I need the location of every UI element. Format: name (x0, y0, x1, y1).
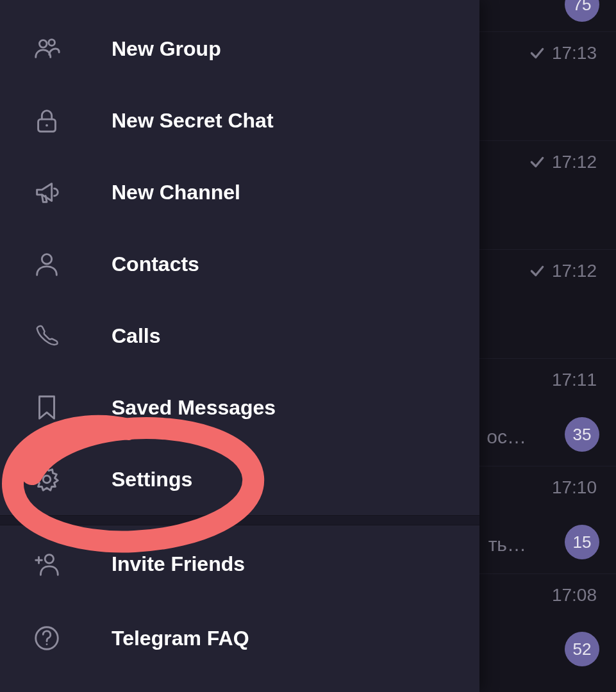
menu-label: New Channel (112, 181, 240, 204)
menu-label: Settings (112, 468, 192, 491)
menu-label: New Group (112, 37, 221, 61)
menu-faq[interactable]: Telegram FAQ (0, 602, 479, 674)
menu-new-group[interactable]: New Group (0, 13, 479, 85)
svg-point-5 (43, 475, 51, 483)
svg-point-0 (40, 40, 47, 48)
menu-new-channel[interactable]: New Channel (0, 156, 479, 228)
menu-label: Saved Messages (112, 396, 276, 420)
chat-time: 17:12 (529, 152, 597, 172)
menu-label: Contacts (112, 252, 199, 276)
chat-preview: ть… (488, 534, 526, 556)
phone-icon (29, 318, 64, 353)
chat-time-text: 17:11 (552, 370, 597, 390)
menu-new-secret-chat[interactable]: New Secret Chat (0, 85, 479, 156)
add-person-icon (29, 547, 64, 581)
unread-badge: 35 (565, 417, 599, 452)
group-icon (29, 31, 64, 66)
menu-settings[interactable]: Settings (0, 443, 479, 515)
chat-time-text: 17:08 (552, 585, 597, 606)
svg-point-8 (46, 643, 48, 645)
chat-preview: ос… (487, 426, 526, 448)
svg-point-4 (42, 254, 51, 264)
menu-label: Telegram FAQ (112, 627, 249, 650)
help-icon (29, 621, 64, 655)
person-icon (29, 247, 64, 281)
sent-check-icon (529, 154, 545, 170)
lock-icon (29, 103, 64, 138)
side-drawer: New Group New Secret Chat New Channel (0, 0, 479, 692)
chat-time-text: 17:10 (552, 477, 597, 498)
menu-label: Invite Friends (112, 552, 245, 576)
unread-badge: 15 (565, 525, 599, 559)
sent-check-icon (529, 263, 545, 279)
svg-point-3 (46, 124, 48, 127)
chat-time: 17:08 (552, 586, 597, 605)
megaphone-icon (29, 175, 64, 210)
unread-badge: 52 (565, 632, 599, 666)
chat-time: 17:13 (529, 44, 597, 63)
menu-label: Calls (112, 324, 160, 348)
menu-divider (0, 515, 479, 525)
unread-badge: 75 (565, 0, 599, 22)
chat-time-text: 17:12 (552, 261, 597, 281)
chat-time: 17:10 (552, 478, 597, 497)
chat-time: 17:12 (529, 261, 597, 281)
chat-time: 17:11 (552, 370, 597, 390)
gear-icon (29, 462, 64, 497)
menu-calls[interactable]: Calls (0, 300, 479, 372)
menu-contacts[interactable]: Contacts (0, 228, 479, 300)
menu-saved-messages[interactable]: Saved Messages (0, 372, 479, 443)
menu-label: New Secret Chat (112, 109, 274, 133)
chat-time-text: 17:12 (552, 152, 597, 172)
svg-point-6 (45, 555, 53, 563)
sent-check-icon (529, 45, 545, 62)
bookmark-icon (29, 390, 64, 425)
svg-point-1 (49, 40, 55, 46)
menu-invite-friends[interactable]: Invite Friends (0, 525, 479, 602)
chat-time-text: 17:13 (552, 43, 597, 63)
